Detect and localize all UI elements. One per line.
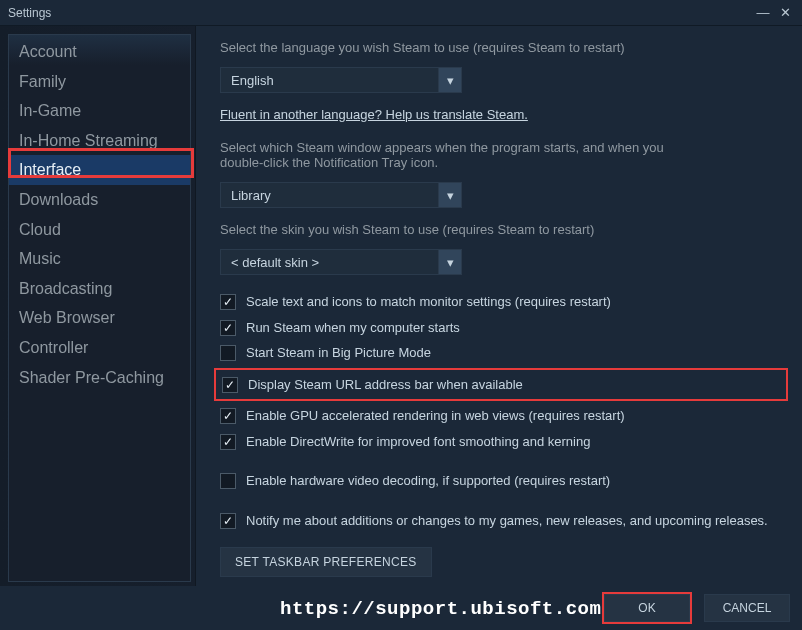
checkbox-row: Enable GPU accelerated rendering in web …: [220, 403, 782, 429]
skin-dropdown[interactable]: < default skin > ▾: [220, 249, 462, 275]
checkbox[interactable]: [220, 434, 236, 450]
sidebar-item-shader-pre-caching[interactable]: Shader Pre-Caching: [9, 363, 190, 393]
checkbox-row: Run Steam when my computer starts: [220, 315, 782, 341]
sidebar-item-cloud[interactable]: Cloud: [9, 215, 190, 245]
ok-button[interactable]: OK: [604, 594, 690, 622]
set-taskbar-preferences-button[interactable]: SET TASKBAR PREFERENCES: [220, 547, 432, 577]
checkbox[interactable]: [220, 513, 236, 529]
checkbox-label: Notify me about additions or changes to …: [246, 512, 768, 530]
checkbox-row: Enable DirectWrite for improved font smo…: [220, 429, 782, 455]
checkbox-label: Start Steam in Big Picture Mode: [246, 344, 431, 362]
checkbox[interactable]: [220, 408, 236, 424]
chevron-down-icon: ▾: [438, 182, 462, 208]
checkbox-row: Scale text and icons to match monitor se…: [220, 289, 782, 315]
checkbox[interactable]: [220, 345, 236, 361]
sidebar: AccountFamilyIn-GameIn-Home StreamingInt…: [0, 26, 196, 586]
sidebar-item-downloads[interactable]: Downloads: [9, 185, 190, 215]
dialog-footer: OK CANCEL: [604, 594, 790, 622]
checkbox-label: Enable hardware video decoding, if suppo…: [246, 472, 610, 490]
sidebar-item-controller[interactable]: Controller: [9, 333, 190, 363]
language-label: Select the language you wish Steam to us…: [220, 40, 782, 55]
checkbox-label: Scale text and icons to match monitor se…: [246, 293, 611, 311]
checkbox[interactable]: [220, 294, 236, 310]
language-dropdown[interactable]: English ▾: [220, 67, 462, 93]
checkbox-row: Start Steam in Big Picture Mode: [220, 340, 782, 366]
minimize-button[interactable]: —: [754, 5, 772, 21]
checkbox-label: Display Steam URL address bar when avail…: [248, 376, 523, 394]
sidebar-item-music[interactable]: Music: [9, 244, 190, 274]
translate-link[interactable]: Fluent in another language? Help us tran…: [220, 107, 528, 122]
cancel-button[interactable]: CANCEL: [704, 594, 790, 622]
startup-window-dropdown[interactable]: Library ▾: [220, 182, 462, 208]
chevron-down-icon: ▾: [438, 249, 462, 275]
watermark-text: https://support.ubisoft.com: [280, 598, 601, 620]
sidebar-item-in-home-streaming[interactable]: In-Home Streaming: [9, 126, 190, 156]
checkbox-label: Run Steam when my computer starts: [246, 319, 460, 337]
checkbox-label: Enable DirectWrite for improved font smo…: [246, 433, 590, 451]
checkbox[interactable]: [220, 320, 236, 336]
checkbox-row: Display Steam URL address bar when avail…: [214, 368, 788, 402]
language-value: English: [220, 67, 438, 93]
close-button[interactable]: ✕: [776, 5, 794, 21]
title-bar: Settings — ✕: [0, 0, 802, 26]
sidebar-item-web-browser[interactable]: Web Browser: [9, 303, 190, 333]
sidebar-item-interface[interactable]: Interface: [9, 155, 190, 185]
main-panel: Select the language you wish Steam to us…: [196, 26, 802, 586]
sidebar-item-broadcasting[interactable]: Broadcasting: [9, 274, 190, 304]
startup-window-value: Library: [220, 182, 438, 208]
sidebar-item-account[interactable]: Account: [9, 37, 190, 67]
window-title: Settings: [8, 6, 51, 20]
checkbox-row: Enable hardware video decoding, if suppo…: [220, 468, 782, 494]
sidebar-item-in-game[interactable]: In-Game: [9, 96, 190, 126]
checkbox-label: Enable GPU accelerated rendering in web …: [246, 407, 625, 425]
checkbox[interactable]: [222, 377, 238, 393]
skin-label: Select the skin you wish Steam to use (r…: [220, 222, 782, 237]
chevron-down-icon: ▾: [438, 67, 462, 93]
skin-value: < default skin >: [220, 249, 438, 275]
startup-label: Select which Steam window appears when t…: [220, 140, 700, 170]
checkbox[interactable]: [220, 473, 236, 489]
checkbox-row: Notify me about additions or changes to …: [220, 508, 782, 534]
sidebar-item-family[interactable]: Family: [9, 67, 190, 97]
